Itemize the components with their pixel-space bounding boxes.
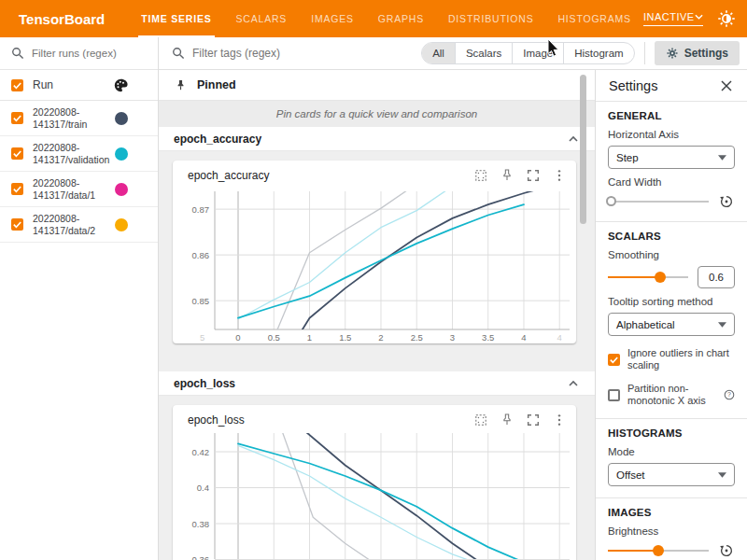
settings-panel: Settings GENERAL Horizontal Axis Step Ca… [595, 70, 747, 560]
settings-button-label: Settings [684, 47, 728, 60]
status-value: INACTIVE [643, 11, 695, 22]
svg-text:0.86: 0.86 [192, 250, 210, 260]
settings-section-general: GENERAL Horizontal Axis Step Card Width [596, 102, 747, 222]
horizontal-axis-select[interactable]: Step [608, 146, 735, 169]
histogram-mode-select[interactable]: Offset [608, 463, 735, 486]
runs-header-label: Run [33, 78, 113, 91]
tooltip-sorting-select[interactable]: Alphabetical [608, 313, 735, 336]
svg-text:0.5: 0.5 [268, 332, 280, 343]
svg-text:0.85: 0.85 [192, 296, 210, 306]
run-color-dot [115, 112, 128, 125]
run-label: 20220808-141317/data/2 [33, 213, 115, 237]
section-header-epoch-accuracy[interactable]: epoch_accuracy [159, 127, 595, 151]
svg-text:0.42: 0.42 [192, 447, 210, 457]
epoch-accuracy-chart[interactable]: 0.850.860.8700.511.522.533.5454 [173, 189, 576, 343]
tab-images[interactable]: IMAGES [299, 0, 366, 37]
run-row-data1[interactable]: 20220808-141317/data/1 [0, 172, 158, 207]
settings-section-images: IMAGES Brightness Contrast [596, 498, 747, 560]
run-color-dot [115, 147, 128, 161]
ignore-outliers-row[interactable]: Ignore outliers in chart scaling [608, 347, 735, 371]
chip-image[interactable]: Image [512, 43, 563, 63]
dark-mode-toggle-icon[interactable] [717, 9, 736, 28]
tab-histograms[interactable]: HISTOGRAMS [545, 0, 642, 37]
fullscreen-icon[interactable] [526, 168, 541, 183]
pin-card-icon[interactable] [500, 168, 514, 183]
runs-select-all-checkbox[interactable] [11, 79, 23, 91]
brightness-slider[interactable] [608, 544, 709, 557]
tensorboard-app: TensorBoard TIME SERIES SCALARS IMAGES G… [0, 0, 747, 560]
svg-text:0.87: 0.87 [192, 204, 210, 215]
section-heading: GENERAL [608, 110, 735, 121]
close-icon[interactable] [719, 78, 734, 93]
run-checkbox[interactable] [11, 147, 23, 160]
pin-card-icon[interactable] [500, 413, 514, 427]
filter-tags-input[interactable] [192, 47, 421, 60]
vertical-scrollbar[interactable] [580, 75, 586, 224]
partition-x-axis-checkbox[interactable] [608, 389, 620, 401]
run-label: 20220808-141317/validation [33, 142, 115, 166]
reload-status-select[interactable]: INACTIVE [643, 11, 703, 26]
card-title: epoch_accuracy [188, 169, 269, 182]
runs-header-row: Run [0, 70, 158, 101]
settings-button[interactable]: Settings [655, 41, 740, 65]
settings-section-histograms: HISTOGRAMS Mode Offset [596, 419, 747, 498]
tag-type-filter-group: All Scalars Image Histogram [421, 42, 635, 64]
selected-value: Step [616, 152, 718, 163]
tab-distributions[interactable]: DISTRIBUTIONS [436, 0, 546, 37]
epoch-loss-chart[interactable]: 0.420.40.380.36 [173, 433, 576, 560]
card-width-label: Card Width [608, 176, 735, 188]
fit-to-domain-icon[interactable] [473, 168, 488, 183]
section-header-epoch-loss[interactable]: epoch_loss [159, 371, 595, 396]
brightness-label: Brightness [608, 525, 735, 537]
svg-text:3: 3 [450, 332, 455, 343]
smoothing-slider[interactable] [608, 271, 688, 284]
chevron-down-icon [695, 14, 703, 20]
help-icon[interactable]: ? [724, 389, 735, 400]
pinned-section-header: Pinned [159, 70, 595, 101]
filter-runs-input[interactable] [32, 48, 147, 59]
pinned-label: Pinned [197, 78, 236, 91]
chip-all[interactable]: All [422, 43, 455, 63]
ignore-outliers-checkbox[interactable] [608, 354, 620, 366]
smoothing-value-input[interactable]: 0.6 [698, 266, 735, 288]
tab-scalars[interactable]: SCALARS [224, 0, 300, 37]
epoch-accuracy-card: epoch_accuracy 0.850.860.8700.511.522.53… [173, 161, 576, 343]
chevron-up-icon[interactable] [567, 133, 580, 146]
section-title: epoch_accuracy [174, 133, 261, 146]
svg-text:0.36: 0.36 [192, 554, 210, 560]
fullscreen-icon[interactable] [526, 413, 541, 427]
svg-text:0.38: 0.38 [192, 519, 210, 529]
tensorboard-logo: TensorBoard [19, 11, 105, 27]
svg-text:1: 1 [307, 332, 312, 343]
more-options-icon[interactable] [552, 168, 567, 183]
run-row-validation[interactable]: 20220808-141317/validation [0, 136, 158, 172]
search-icon [172, 47, 185, 60]
section-heading: SCALARS [608, 231, 735, 242]
run-label: 20220808-141317/data/1 [33, 177, 115, 202]
run-row-train[interactable]: 20220808-141317/train [0, 101, 158, 136]
fit-to-domain-icon[interactable] [473, 413, 488, 427]
svg-text:1.5: 1.5 [339, 332, 351, 343]
checkbox-label: Partition non-monotonic X axis [627, 383, 721, 407]
selected-value: Alphabetical [616, 319, 718, 330]
card-width-slider[interactable] [608, 195, 709, 208]
chip-histogram[interactable]: Histogram [563, 43, 633, 63]
reset-icon[interactable] [718, 542, 735, 559]
run-row-data2[interactable]: 20220808-141317/data/2 [0, 207, 158, 243]
section-title: epoch_loss [174, 377, 235, 390]
partition-x-axis-row[interactable]: Partition non-monotonic X axis ? [608, 383, 735, 407]
caret-down-icon [718, 155, 726, 161]
card-title: epoch_loss [188, 413, 245, 427]
chip-scalars[interactable]: Scalars [455, 43, 512, 63]
run-checkbox[interactable] [11, 218, 23, 231]
svg-text:2.5: 2.5 [411, 332, 423, 343]
run-checkbox[interactable] [11, 112, 23, 124]
palette-icon[interactable] [113, 77, 129, 93]
run-checkbox[interactable] [11, 183, 23, 195]
reset-icon[interactable] [718, 193, 735, 210]
more-options-icon[interactable] [552, 413, 567, 427]
tab-graphs[interactable]: GRAPHS [366, 0, 436, 37]
tooltip-sorting-label: Tooltip sorting method [608, 296, 735, 307]
tab-time-series[interactable]: TIME SERIES [129, 0, 223, 37]
chevron-up-icon[interactable] [567, 377, 580, 390]
